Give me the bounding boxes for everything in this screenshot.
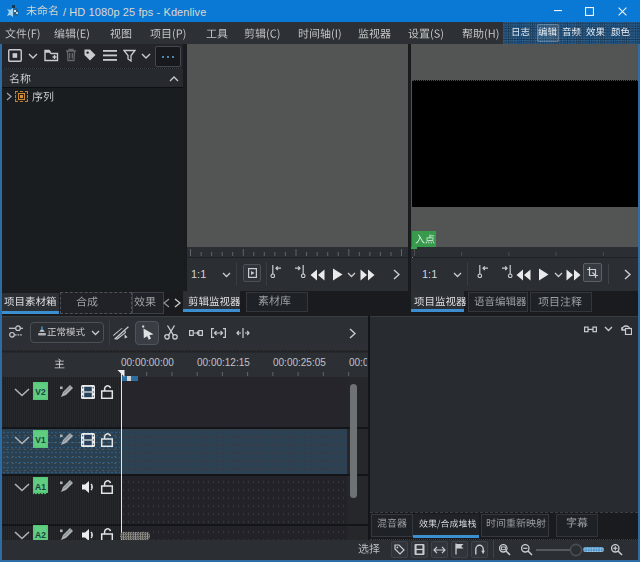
svg-text:A2: A2 — [35, 530, 46, 540]
svg-text:V2: V2 — [35, 387, 46, 397]
svg-text:A1: A1 — [35, 482, 46, 492]
svg-text:V1: V1 — [35, 435, 46, 445]
